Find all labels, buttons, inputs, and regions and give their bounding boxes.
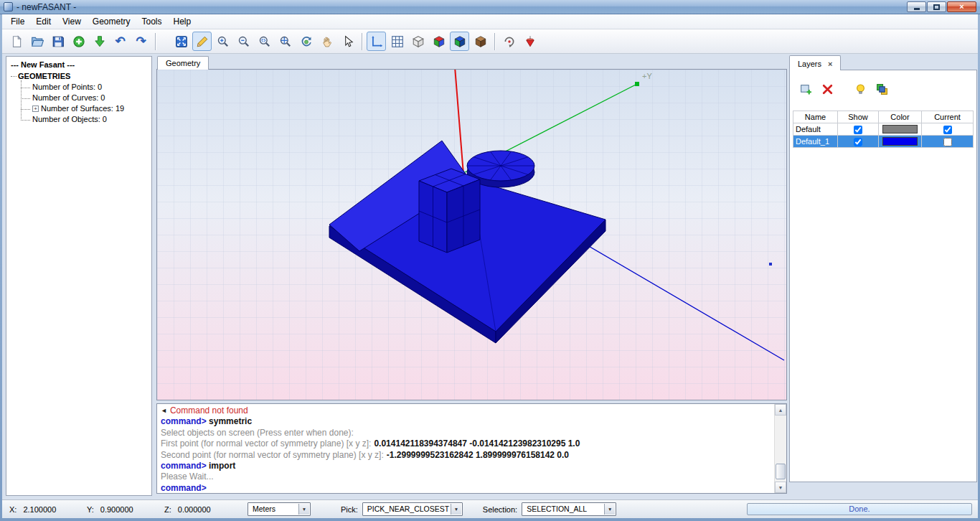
zoom-in-button[interactable] — [213, 32, 232, 51]
tab-layers[interactable]: Layers × — [789, 55, 841, 70]
zoom-window-icon — [258, 35, 271, 48]
layer-row-default[interactable]: Default — [793, 123, 974, 136]
progress-text: Done. — [849, 504, 870, 513]
menu-view[interactable]: View — [57, 15, 87, 28]
window-title: - newFASANT - — [17, 2, 76, 12]
selection-combo[interactable]: SELECTION_ALL▼ — [522, 502, 616, 516]
workspace: --- New Fasant --- GEOMETRIES Number of … — [2, 54, 978, 499]
console-scroll-left-icon[interactable]: ◄ — [161, 407, 167, 414]
tab-geometry[interactable]: Geometry — [157, 56, 209, 70]
grid-icon — [391, 35, 404, 48]
draw-button[interactable] — [192, 32, 212, 51]
column-name[interactable]: Name — [793, 111, 838, 123]
tree-item-objects[interactable]: Number of Objects: 0 — [21, 114, 150, 125]
layer-color-cell — [879, 123, 922, 136]
close-button[interactable]: × — [947, 1, 976, 12]
undo-button[interactable]: ↶ — [110, 32, 130, 51]
show-checkbox[interactable] — [854, 126, 862, 134]
status-bar: X:2.100000 Y:0.900000 Z:0.000000 Meters▼… — [2, 499, 978, 518]
menu-geometry[interactable]: Geometry — [87, 15, 136, 28]
pencil-icon — [196, 35, 209, 48]
chevron-down-icon[interactable]: ▼ — [298, 504, 309, 515]
tree-item-curves[interactable]: Number of Curves: 0 — [21, 93, 150, 103]
y-axis-handle[interactable] — [635, 82, 639, 86]
pick-combo[interactable]: PICK_NEAR_CLOSEST▼ — [362, 502, 463, 516]
toggle-visibility-button[interactable] — [852, 80, 869, 98]
tree-item-points[interactable]: Number of Points: 0 — [21, 82, 150, 93]
zoom-out-button[interactable] — [234, 32, 253, 51]
maximize-button[interactable] — [927, 1, 946, 12]
shaded-view-button[interactable] — [429, 32, 448, 51]
tab-layers-label: Layers — [798, 60, 821, 68]
scroll-up-icon[interactable]: ▲ — [775, 404, 786, 416]
grid-button[interactable] — [387, 32, 407, 51]
zoom-fit-button[interactable] — [171, 32, 191, 51]
zoom-window-button[interactable] — [255, 32, 274, 51]
pan-button[interactable] — [317, 32, 336, 51]
scroll-down-icon[interactable]: ▼ — [775, 482, 786, 493]
axes-corner-button[interactable] — [367, 32, 386, 51]
add-layer-button[interactable] — [797, 80, 814, 98]
3d-viewport-canvas[interactable]: +Y — [157, 70, 786, 400]
title-bar[interactable]: - newFASANT - × — [0, 0, 980, 14]
column-show[interactable]: Show — [838, 111, 879, 123]
layer-current-cell — [922, 123, 974, 136]
new-file-button[interactable] — [6, 32, 26, 51]
y-axis-label: +Y — [642, 72, 652, 80]
save-button[interactable] — [48, 32, 67, 51]
current-checkbox[interactable] — [943, 126, 952, 134]
zoom-extents-button[interactable] — [275, 32, 295, 51]
z-label: Z: — [164, 505, 171, 514]
menu-tools[interactable]: Tools — [136, 15, 168, 28]
open-folder-button[interactable] — [27, 32, 47, 51]
zoom-fit-icon — [175, 35, 188, 48]
pick-label: Pick: — [341, 505, 358, 514]
viewport-panel: +Y — [156, 69, 787, 400]
tree-group-geometries[interactable]: GEOMETRIES — [8, 71, 150, 82]
chevron-down-icon[interactable]: ▼ — [604, 504, 615, 515]
spin-view-button[interactable] — [499, 32, 519, 51]
layer-name-cell[interactable]: Default — [793, 123, 838, 136]
tab-close-icon[interactable]: × — [828, 60, 832, 67]
command-console[interactable]: ◄Command not found command> symmetric Se… — [156, 403, 787, 494]
tree-item-label: Number of Objects: 0 — [32, 115, 107, 123]
progress-bar: Done. — [747, 503, 972, 515]
console-input-prompt[interactable]: command> — [161, 483, 207, 493]
menu-file[interactable]: File — [5, 15, 30, 28]
show-checkbox[interactable] — [854, 138, 862, 146]
menu-edit[interactable]: Edit — [30, 15, 57, 28]
x-label: X: — [9, 505, 17, 514]
tree-expander-icon[interactable]: + — [32, 105, 39, 112]
save-icon — [52, 35, 65, 48]
tree-item-surfaces[interactable]: +Number of Surfaces: 19 — [21, 103, 150, 114]
scrollbar-thumb[interactable] — [776, 464, 786, 479]
hidden-view-button[interactable] — [471, 32, 490, 51]
delete-layer-button[interactable] — [819, 80, 836, 98]
layer-color-cell — [879, 136, 922, 148]
rotate-view-button[interactable] — [296, 32, 316, 51]
chevron-down-icon[interactable]: ▼ — [451, 504, 461, 515]
console-scrollbar[interactable]: ▲ ▼ — [774, 404, 786, 493]
console-point-value: 0.014142118394374847 -0.0141421239823102… — [374, 438, 580, 449]
units-combo[interactable]: Meters▼ — [248, 502, 311, 516]
column-color[interactable]: Color — [879, 111, 922, 123]
axis-tool-button[interactable] — [520, 32, 540, 51]
menu-help[interactable]: Help — [168, 15, 197, 28]
layer-colors-button[interactable] — [873, 80, 890, 98]
import-button[interactable] — [90, 32, 109, 51]
minimize-button[interactable] — [907, 1, 926, 12]
redo-button[interactable]: ↷ — [131, 32, 151, 51]
column-current[interactable]: Current — [922, 111, 974, 123]
layer-color-swatch[interactable] — [882, 125, 918, 133]
layer-color-swatch[interactable] — [882, 137, 918, 146]
add-button[interactable] — [69, 32, 88, 51]
cursor-icon — [341, 35, 354, 48]
layer-name-cell[interactable]: Default_1 — [793, 136, 838, 148]
layer-row-default-1[interactable]: Default_1 — [793, 136, 974, 148]
select-button[interactable] — [338, 32, 357, 51]
current-checkbox[interactable] — [943, 138, 952, 146]
coordinate-x: X:2.100000 — [6, 505, 84, 514]
wireframe-view-button[interactable] — [408, 32, 428, 51]
solid-view-button[interactable] — [450, 32, 469, 51]
tree-group-label: GEOMETRIES — [18, 72, 70, 80]
